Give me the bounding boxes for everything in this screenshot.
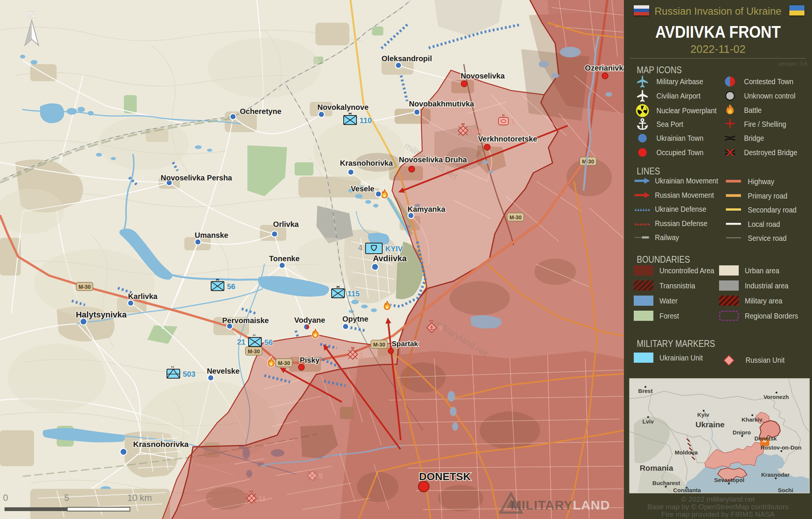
svg-text:Krasnohorivka: Krasnohorivka [133, 440, 188, 448]
svg-text:Karlivka: Karlivka [128, 292, 158, 300]
svg-text:1: 1 [360, 351, 364, 359]
svg-text:M-30: M-30 [582, 159, 594, 165]
svg-text:4: 4 [358, 243, 363, 253]
svg-text:Bucharest: Bucharest [652, 480, 680, 486]
svg-text:Novobakhmutivka: Novobakhmutivka [409, 100, 474, 108]
svg-text:Kharkiv: Kharkiv [741, 416, 763, 423]
svg-text:Pisky: Pisky [300, 356, 320, 364]
svg-text:Verkhnotoretske: Verkhnotoretske [478, 135, 537, 143]
svg-text:Donetsk: Donetsk [754, 435, 777, 442]
svg-text:9: 9 [439, 324, 443, 332]
svg-text:Lviv: Lviv [642, 418, 654, 425]
svg-text:Novoselivka: Novoselivka [461, 72, 505, 80]
svg-text:Halytsynivka: Halytsynivka [76, 310, 127, 319]
svg-text:Kamyanka: Kamyanka [408, 205, 446, 213]
svg-text:M-30: M-30 [373, 342, 385, 348]
svg-text:115: 115 [347, 290, 360, 298]
svg-text:M-30: M-30 [509, 214, 522, 220]
svg-text:Pervomaiske: Pervomaiske [222, 316, 269, 325]
svg-text:110: 110 [360, 116, 372, 125]
svg-text:Nevelske: Nevelske [207, 367, 240, 375]
svg-text:56: 56 [227, 282, 235, 291]
svg-text:Novokalynove: Novokalynove [317, 103, 369, 111]
svg-text:Novoselivka Persha: Novoselivka Persha [161, 174, 233, 182]
svg-text:10 km: 10 km [127, 493, 152, 503]
svg-text:DONETSK: DONETSK [419, 471, 471, 482]
svg-text:N: N [29, 10, 35, 19]
svg-text:Dnipro: Dnipro [733, 429, 751, 436]
svg-text:Ukraine: Ukraine [695, 420, 724, 429]
svg-text:503: 503 [183, 370, 195, 378]
svg-text:M-30: M-30 [79, 284, 91, 290]
svg-text:Sevastopol: Sevastopol [714, 477, 744, 483]
svg-text:Romania: Romania [640, 464, 673, 472]
svg-text:Tonenke: Tonenke [269, 254, 300, 263]
svg-text:Avdiivka: Avdiivka [373, 254, 407, 263]
svg-text:Umanske: Umanske [195, 231, 228, 239]
svg-text:Oleksandropil: Oleksandropil [381, 54, 432, 63]
svg-text:21: 21 [237, 338, 245, 346]
svg-text:M-30: M-30 [278, 360, 290, 366]
svg-text:Rostov-on-Don: Rostov-on-Don [761, 444, 801, 451]
svg-text:M-30: M-30 [248, 348, 260, 354]
svg-text:Kyiv: Kyiv [697, 411, 709, 418]
svg-text:Opytne: Opytne [343, 315, 369, 323]
svg-text:Brest: Brest [638, 388, 653, 394]
svg-text:Krasnohorivka: Krasnohorivka [340, 159, 393, 167]
svg-text:Vodyane: Vodyane [294, 316, 325, 324]
svg-text:Ocheretyne: Ocheretyne [240, 107, 281, 116]
svg-text:Sochi: Sochi [778, 487, 793, 493]
svg-text:11: 11 [258, 495, 266, 503]
svg-text:Vesele: Vesele [351, 185, 374, 193]
svg-text:56: 56 [264, 338, 273, 347]
svg-text:0: 0 [3, 493, 8, 503]
svg-text:5: 5 [319, 472, 323, 480]
svg-text:Moldova: Moldova [675, 449, 698, 456]
svg-text:Ozerianivka: Ozerianivka [585, 64, 624, 72]
svg-text:Novoselivka Druha: Novoselivka Druha [399, 156, 467, 164]
svg-text:KYIV: KYIV [385, 245, 403, 253]
svg-text:Orlivka: Orlivka [273, 220, 299, 228]
svg-text:1: 1 [511, 117, 515, 125]
svg-text:Krasnodar: Krasnodar [761, 471, 789, 478]
svg-text:MILITARYLAND: MILITARYLAND [511, 498, 610, 512]
svg-text:5: 5 [64, 493, 69, 503]
svg-text:100: 100 [470, 127, 482, 135]
svg-text:Constanta: Constanta [673, 487, 701, 493]
svg-text:Voronezh: Voronezh [763, 394, 789, 400]
svg-text:Spartak: Spartak [392, 340, 418, 348]
